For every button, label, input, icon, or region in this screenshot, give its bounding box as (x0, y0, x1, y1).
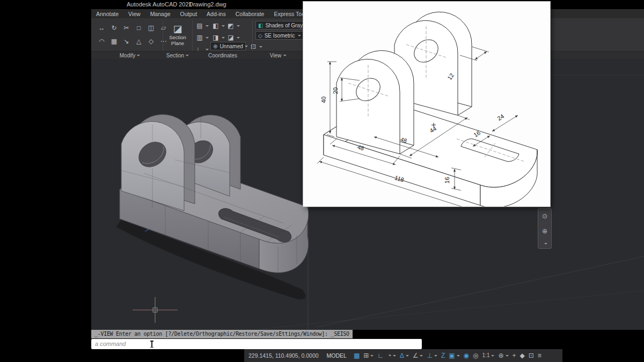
reference-drawing-overlay: 40 20 48 12 44 24 16 48 118 16 (303, 2, 550, 206)
osnap-icon: ⊥ (427, 349, 432, 362)
section-tool-column: ▤ ▥ ∟ (195, 21, 209, 54)
coordinates-tool-column-2: ◩ ◪ (226, 21, 240, 42)
caret-down-icon (259, 46, 262, 48)
ribbon-tab-view[interactable]: View (123, 11, 145, 17)
pan-tool-icon[interactable]: ⊕ (542, 227, 547, 235)
coordinates-tool-column: ◧ ◨ (211, 21, 225, 42)
isodraft-icon: ∆ (400, 349, 404, 362)
ucs-origin-button[interactable]: ◨ (211, 33, 225, 42)
caret-down-icon (206, 25, 209, 27)
modify-panel-tools: ↔ ↻ ✂ □ ◫ ▱ ◠ ▦ ↘ △ ◇ ⋯ (97, 22, 169, 47)
ribbon-tab-manage[interactable]: Manage (145, 11, 175, 17)
live-section-icon: ▤ (195, 21, 204, 31)
caret-down-icon (237, 37, 240, 39)
scale-tool-icon[interactable]: △ (134, 35, 144, 47)
caret-down-icon (544, 243, 547, 245)
panel-label-modify[interactable]: Modify (120, 52, 140, 59)
model-space-button[interactable]: MODEL (327, 352, 347, 359)
ribbon-tab-addins[interactable]: Add-ins (202, 11, 231, 17)
panel-label-text: Modify (120, 53, 135, 58)
steering-wheel-icon[interactable]: ⊙ (542, 212, 547, 220)
panel-label-text: Section (166, 53, 184, 58)
ribbon-tab-collaborate[interactable]: Collaborate (231, 11, 269, 17)
fillet-tool-icon[interactable]: ◠ (97, 35, 107, 47)
clean-screen-toggle[interactable]: ⊡ (529, 349, 534, 362)
dynamic-input-icon: Z (441, 349, 445, 362)
annotation-visibility-toggle[interactable]: ◉ (464, 349, 469, 362)
status-bar: 229.1415, 110.4905, 0.0000 MODEL ▦ ⊞ ∟ ◔… (244, 349, 562, 362)
graphics-performance-icon: ◆ (520, 349, 525, 362)
caret-down-icon (420, 355, 423, 357)
caret-down-icon (186, 55, 189, 56)
grid-icon: ▦ (354, 349, 360, 362)
isometric-drafting-toggle[interactable]: ∆ (400, 349, 408, 362)
generate-section-button[interactable]: ▥ (195, 33, 209, 42)
ucs-view-button[interactable]: ◪ (226, 33, 240, 42)
object-snap-tracking-toggle[interactable]: ∠ (413, 349, 423, 362)
ortho-toggle[interactable]: ∟ (377, 349, 384, 362)
view-preset-dropdown[interactable]: ◇ SE Isometric (255, 31, 304, 40)
panel-label-text: Coordinates (208, 53, 237, 58)
named-ucs-value: Unnamed (219, 43, 243, 49)
polar-tracking-toggle[interactable]: ◔ (387, 349, 396, 362)
selection-cycling-toggle[interactable]: ▣ (449, 349, 459, 362)
erase-tool-icon[interactable]: □ (134, 22, 144, 34)
caret-down-icon (370, 355, 374, 357)
part-outline (324, 12, 537, 206)
command-input-text: a command (95, 341, 126, 347)
live-section-button[interactable]: ▤ (195, 21, 209, 31)
annotation-autoscale-toggle[interactable]: ◎ (473, 349, 478, 362)
customization-menu-button[interactable]: ≡ (538, 349, 541, 362)
ucs-icon-toggle-button[interactable]: ⊡ (249, 42, 262, 51)
annotation-scale-button[interactable]: 1:1 (482, 349, 495, 362)
graphics-performance-toggle[interactable]: ◆ (520, 349, 525, 362)
ucs-face-icon: ◩ (226, 21, 235, 31)
view-preset-value: SE Isometric (265, 33, 296, 39)
annotation-monitor-toggle[interactable]: + (513, 349, 516, 362)
move-tool-icon[interactable]: ↔ (97, 22, 107, 34)
trim-tool-icon[interactable]: ✂ (121, 22, 131, 34)
rotate-tool-icon[interactable]: ↻ (109, 22, 119, 34)
section-plane-icon: ◪ (173, 24, 182, 34)
ribbon-tab-output[interactable]: Output (175, 11, 202, 17)
generate-section-icon: ▥ (195, 33, 204, 42)
caret-down-icon (406, 355, 409, 357)
bracket-3d-model[interactable] (106, 101, 332, 315)
construction-line (317, 256, 644, 327)
stretch-tool-icon[interactable]: ↘ (121, 35, 131, 47)
array-tool-icon[interactable]: ▦ (109, 35, 119, 47)
grid-toggle[interactable]: ▦ (354, 349, 360, 362)
object-snap-toggle[interactable]: ⊥ (427, 349, 437, 362)
app-title: Autodesk AutoCAD 2021 (127, 1, 192, 8)
visual-style-dropdown[interactable]: ◧ Shades of Gray (255, 21, 304, 29)
command-history-text: _-VIEW Enter an option [?/Delete/Orthogr… (94, 331, 349, 337)
text-cursor (151, 341, 152, 348)
caret-down-icon (237, 25, 240, 27)
named-ucs-dropdown[interactable]: ⊕ Unnamed (210, 42, 246, 50)
annotation-monitor-icon: + (513, 349, 516, 362)
snap-mode-toggle[interactable]: ⊞ (363, 349, 374, 362)
customization-icon: ≡ (538, 349, 541, 362)
caret-down-icon (283, 55, 286, 56)
visual-style-icon: ◧ (258, 23, 263, 28)
offset-tool-icon[interactable]: ◇ (146, 35, 156, 47)
panel-label-coordinates[interactable]: Coordinates (208, 52, 237, 59)
ucs-face-button[interactable]: ◩ (226, 21, 240, 31)
panel-label-section[interactable]: Section (166, 52, 189, 59)
workspace-switching-button[interactable]: ⊛ (498, 349, 508, 362)
dimensioned-isometric-drawing: 40 20 48 12 44 24 16 48 118 16 (303, 2, 550, 206)
annotation-visibility-icon: ◉ (464, 349, 469, 362)
world-ucs-button[interactable]: ◧ (211, 21, 225, 31)
navigation-bar[interactable]: ⊙ ⊕ (538, 208, 552, 249)
section-plane-button[interactable]: ◪ Section Plane (165, 20, 191, 50)
polar-icon: ◔ (387, 349, 391, 362)
dynamic-input-toggle[interactable]: Z (441, 349, 445, 362)
caret-down-icon (491, 355, 494, 357)
dim-40: 40 (320, 97, 327, 103)
copy-tool-icon[interactable]: ◫ (146, 22, 156, 34)
caret-down-icon (506, 355, 509, 357)
panel-label-view[interactable]: View (270, 52, 287, 59)
ucs-origin-icon: ◨ (211, 33, 220, 42)
command-input[interactable]: a command (91, 339, 422, 349)
ribbon-tab-annotate[interactable]: Annotate (91, 11, 123, 17)
